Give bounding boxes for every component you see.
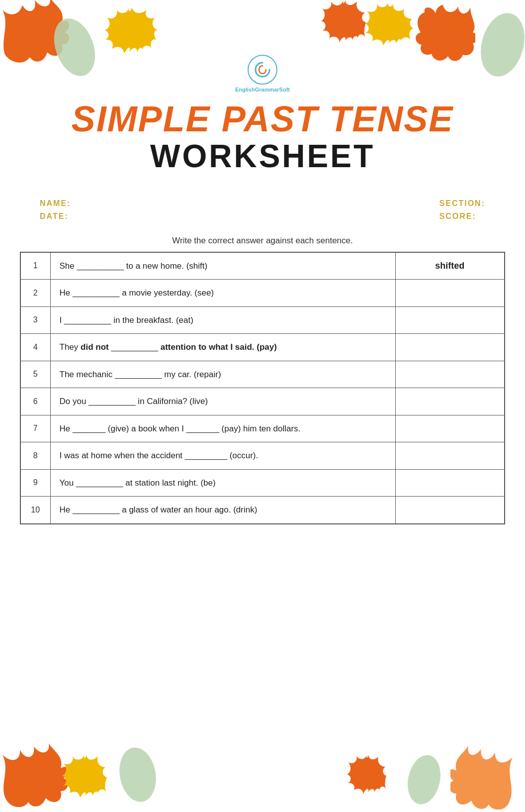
- row-number: 5: [20, 361, 50, 388]
- row-answer: [395, 306, 505, 334]
- row-number: 1: [20, 252, 50, 280]
- row-number: 8: [20, 442, 50, 470]
- fields-area: NAME: DATE: SECTION: SCORE:: [0, 184, 525, 226]
- table-row: 8I was at home when the accident _______…: [20, 442, 505, 470]
- table-row: 10He __________ a glass of water an hour…: [20, 497, 505, 524]
- row-answer: [395, 388, 505, 415]
- row-sentence: He _______ (give) a book when I _______ …: [50, 415, 395, 442]
- row-number: 2: [20, 280, 50, 307]
- row-sentence: Do you __________ in California? (live): [50, 388, 395, 415]
- leaf-decoration: [0, 742, 70, 807]
- table-row: 1She __________ to a new home. (shift)sh…: [20, 252, 505, 280]
- row-answer: [395, 361, 505, 388]
- row-sentence: The mechanic __________ my car. (repair): [50, 361, 395, 388]
- row-sentence: I was at home when the accident ________…: [50, 442, 395, 470]
- title-sub: WORKSHEET: [0, 139, 525, 174]
- row-number: 7: [20, 415, 50, 442]
- row-sentence: I __________ in the breakfast. (eat): [50, 306, 395, 334]
- row-sentence: She __________ to a new home. (shift): [50, 252, 395, 280]
- table-row: 2He __________ a movie yesterday. (see): [20, 280, 505, 307]
- row-sentence: He __________ a glass of water an hour a…: [50, 497, 395, 524]
- row-answer: [395, 442, 505, 470]
- page: EnglishGrammarSoft SIMPLE PAST TENSE WOR…: [0, 0, 525, 812]
- leaf-decoration: [114, 745, 162, 805]
- row-sentence: They did not __________ attention to wha…: [50, 334, 395, 361]
- logo-text: EnglishGrammarSoft: [235, 87, 290, 93]
- title-main: SIMPLE PAST TENSE: [0, 100, 525, 139]
- row-answer: shifted: [395, 252, 505, 280]
- right-fields: SECTION: SCORE:: [439, 199, 485, 221]
- worksheet-table: 1She __________ to a new home. (shift)sh…: [20, 252, 505, 524]
- table-row: 7He _______ (give) a book when I _______…: [20, 415, 505, 442]
- row-number: 9: [20, 469, 50, 497]
- leaf-decoration: [403, 752, 445, 807]
- table-row: 5The mechanic __________ my car. (repair…: [20, 361, 505, 388]
- row-number: 4: [20, 334, 50, 361]
- row-answer: [395, 415, 505, 442]
- leaf-decoration: [450, 745, 520, 810]
- logo-area: EnglishGrammarSoft: [235, 55, 290, 93]
- svg-point-3: [403, 752, 444, 807]
- left-fields: NAME: DATE:: [40, 199, 71, 221]
- row-number: 10: [20, 497, 50, 524]
- name-label: NAME:: [40, 199, 71, 208]
- leaf-decoration: [344, 752, 391, 802]
- table-row: 6Do you __________ in California? (live): [20, 388, 505, 415]
- section-label: SECTION:: [439, 199, 485, 208]
- logo-icon: [248, 55, 277, 85]
- table-row: 3I __________ in the breakfast. (eat): [20, 306, 505, 334]
- row-number: 6: [20, 388, 50, 415]
- svg-point-2: [115, 745, 160, 805]
- date-label: DATE:: [40, 212, 71, 221]
- row-answer: [395, 334, 505, 361]
- row-sentence: You __________ at station last night. (b…: [50, 469, 395, 497]
- row-sentence: He __________ a movie yesterday. (see): [50, 280, 395, 307]
- leaf-decoration: [60, 752, 109, 812]
- row-answer: [395, 497, 505, 524]
- instructions: Write the correct answer against each se…: [0, 226, 525, 252]
- row-answer: [395, 469, 505, 497]
- table-row: 9You __________ at station last night. (…: [20, 469, 505, 497]
- row-answer: [395, 280, 505, 307]
- table-row: 4They did not __________ attention to wh…: [20, 334, 505, 361]
- score-label: SCORE:: [439, 212, 485, 221]
- row-number: 3: [20, 306, 50, 334]
